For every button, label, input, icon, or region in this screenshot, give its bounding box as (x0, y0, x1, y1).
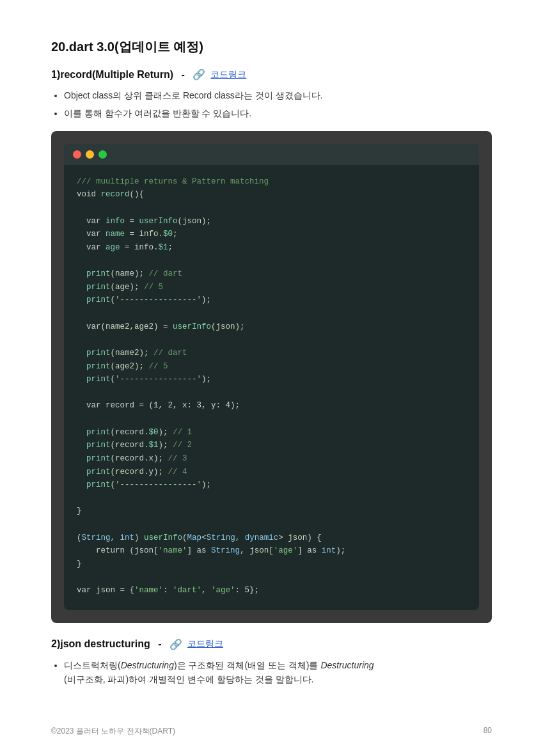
subsection2-title: 2)json destructuring - 🔗 코드링크 (51, 638, 492, 650)
code-screenshot-wrapper: /// muultiple returns & Pattern matching… (51, 131, 492, 623)
subsection1-link[interactable]: 코드링크 (210, 69, 246, 81)
footer: ©2023 플러터 노하우 전자책(DART) 80 (51, 726, 492, 737)
bullet-text-part1: 디스트럭처링(Destructuring)은 구조화된 객체(배열 또는 객체)… (64, 660, 374, 670)
bullet-item: 이를 통해 함수가 여러값을 반환할 수 있습니다. (64, 106, 492, 120)
subsection1-title: 1)record(Multiple Return) - 🔗 코드링크 (51, 68, 492, 81)
traffic-light-green (98, 150, 107, 159)
subsection2-dash: - (155, 638, 164, 650)
subsection2-link[interactable]: 코드링크 (187, 638, 223, 650)
code-body: /// muultiple returns & Pattern matching… (64, 165, 479, 610)
footer-page-number: 80 (484, 726, 492, 737)
bullet-text-part2: (비구조화, 파괴)하여 개별적인 변수에 할당하는 것을 말합니다. (64, 674, 313, 684)
section-title: 20.dart 3.0(업데이트 예정) (51, 38, 492, 56)
subsection1-title-text: 1)record(Multiple Return) (51, 69, 173, 81)
code-window-titlebar (64, 144, 479, 165)
subsection2-bullets: 디스트럭처링(Destructuring)은 구조화된 객체(배열 또는 객체)… (64, 658, 492, 687)
subsection1-bullets: Object class의 상위 클래스로 Record class라는 것이 … (64, 88, 492, 121)
traffic-light-red (73, 150, 81, 159)
subsection2-title-text: 2)json destructuring (51, 638, 150, 650)
subsection1-link-icon: 🔗 (193, 68, 205, 81)
subsection2-link-icon: 🔗 (169, 638, 182, 650)
subsection1-dash: - (178, 69, 187, 81)
bullet-item: Object class의 상위 클래스로 Record class라는 것이 … (64, 88, 492, 102)
code-window: /// muultiple returns & Pattern matching… (64, 144, 479, 610)
bullet-item: 디스트럭처링(Destructuring)은 구조화된 객체(배열 또는 객체)… (64, 658, 492, 687)
traffic-light-yellow (86, 150, 94, 159)
footer-copyright: ©2023 플러터 노하우 전자책(DART) (51, 726, 175, 737)
